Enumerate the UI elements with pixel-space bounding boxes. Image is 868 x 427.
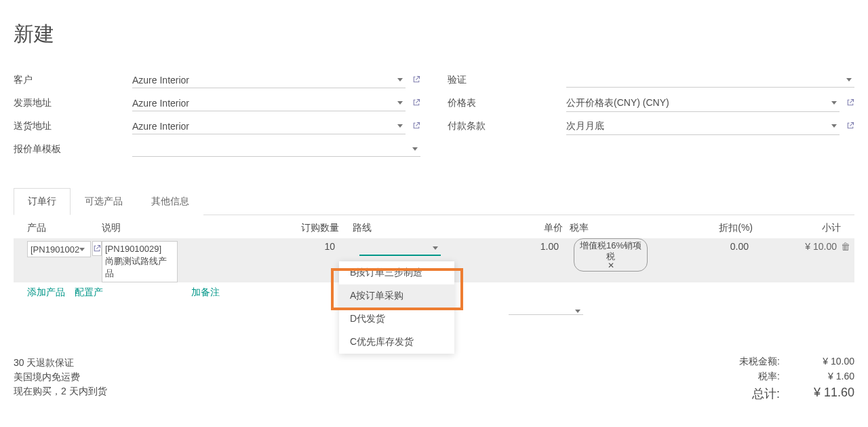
- external-link-icon[interactable]: [412, 122, 420, 132]
- th-price: 单价: [481, 222, 563, 234]
- label-pricelist: 价格表: [448, 97, 566, 109]
- tax-select-extra[interactable]: [509, 303, 583, 315]
- untaxed-value: ¥ 10.00: [800, 356, 854, 368]
- chevron-down-icon: [831, 124, 837, 128]
- input-invoice-address[interactable]: Azure Interior: [132, 96, 406, 111]
- table-header: 产品 说明 订购数量 路线 单价 税率 折扣(%) 小计: [14, 215, 854, 238]
- label-validate: 验证: [448, 74, 566, 86]
- discount-input[interactable]: 0.00: [671, 241, 753, 252]
- chevron-down-icon: [831, 101, 837, 105]
- th-discount: 折扣(%): [671, 222, 753, 234]
- label-invoice-address: 发票地址: [14, 97, 132, 109]
- field-customer: 客户 Azure Interior: [14, 69, 420, 92]
- add-product-link[interactable]: 添加产品: [27, 286, 65, 299]
- external-link-icon[interactable]: [412, 75, 420, 86]
- input-pricelist[interactable]: 公开价格表(CNY) (CNY): [566, 95, 840, 112]
- tax-label: 税率:: [758, 371, 780, 383]
- route-select[interactable]: [359, 241, 441, 256]
- label-customer: 客户: [14, 74, 132, 86]
- untaxed-label: 未税金额:: [739, 356, 780, 368]
- input-delivery-address[interactable]: Azure Interior: [132, 119, 406, 134]
- input-payment-terms[interactable]: 次月月底: [566, 118, 840, 135]
- field-payment-terms: 付款条款 次月月底: [448, 115, 854, 138]
- route-option-a[interactable]: A按订单采购: [339, 284, 454, 308]
- tab-optional-products[interactable]: 可选产品: [71, 188, 137, 215]
- input-quote-template[interactable]: [132, 142, 420, 157]
- input-validate[interactable]: [566, 73, 854, 88]
- th-desc: 说明: [102, 222, 271, 234]
- route-option-b[interactable]: B按订单三步制造: [339, 261, 454, 284]
- price-input[interactable]: 1.00: [481, 241, 563, 252]
- field-validate: 验证: [448, 69, 854, 92]
- th-product: 产品: [14, 222, 102, 234]
- close-icon[interactable]: ✕: [608, 261, 614, 270]
- chevron-down-icon: [79, 248, 85, 251]
- external-link-icon[interactable]: [846, 98, 854, 109]
- chevron-down-icon: [397, 101, 403, 105]
- footer-totals: 未税金额: ¥ 10.00 税率: ¥ 1.60 总计: ¥ 11.60: [739, 356, 854, 405]
- external-link-icon[interactable]: [412, 98, 420, 109]
- chevron-down-icon: [412, 147, 418, 151]
- th-qty: 订购数量: [271, 222, 339, 234]
- label-delivery-address: 送货地址: [14, 120, 132, 132]
- th-tax: 税率: [563, 222, 671, 234]
- input-customer[interactable]: Azure Interior: [132, 73, 406, 88]
- subtotal-value: ¥ 10.00: [805, 241, 837, 252]
- route-dropdown: B按订单三步制造 A按订单采购 D代发货 C优先库存发货: [339, 261, 454, 354]
- trash-icon[interactable]: 🗑: [841, 241, 850, 252]
- route-option-c[interactable]: C优先库存发货: [339, 331, 454, 354]
- th-route: 路线: [339, 222, 481, 234]
- footer: 30 天退款保证 美国境内免运费 现在购买，2 天内到货 未税金额: ¥ 10.…: [14, 356, 854, 405]
- label-quote-template: 报价单模板: [14, 143, 132, 155]
- route-option-d[interactable]: D代发货: [339, 308, 454, 331]
- label-payment-terms: 付款条款: [448, 120, 566, 132]
- field-delivery-address: 送货地址 Azure Interior: [14, 115, 420, 138]
- qty-input[interactable]: 10: [271, 241, 339, 252]
- field-pricelist: 价格表 公开价格表(CNY) (CNY): [448, 92, 854, 115]
- chevron-down-icon: [397, 124, 403, 128]
- add-note-link[interactable]: 加备注: [191, 286, 220, 299]
- product-select[interactable]: [PN1901002: [27, 241, 91, 257]
- chevron-down-icon: [846, 78, 852, 81]
- tax-chip[interactable]: 增值税16%销项 税 ✕: [574, 238, 648, 272]
- configure-link[interactable]: 配置产: [75, 286, 103, 299]
- form-grid: 客户 Azure Interior 发票地址 Azure Interior: [14, 69, 854, 161]
- tab-order-lines[interactable]: 订单行: [14, 188, 71, 215]
- tabs: 订单行 可选产品 其他信息: [14, 188, 854, 215]
- table-row: [PN1901002 [PN19010029] 尚鹏测试路线产品 10 B按订单…: [14, 238, 854, 282]
- total-label: 总计:: [752, 386, 780, 402]
- chevron-down-icon: [575, 310, 580, 313]
- description-input[interactable]: [PN19010029] 尚鹏测试路线产品: [102, 241, 178, 282]
- external-link-icon[interactable]: [846, 122, 854, 132]
- form-col-left: 客户 Azure Interior 发票地址 Azure Interior: [14, 69, 420, 161]
- th-subtotal: 小计: [753, 222, 854, 234]
- chevron-down-icon: [433, 246, 438, 250]
- tab-other-info[interactable]: 其他信息: [137, 188, 203, 215]
- total-value: ¥ 11.60: [800, 386, 854, 402]
- field-quote-template: 报价单模板: [14, 138, 420, 161]
- form-col-right: 验证 价格表 公开价格表(CNY) (CNY) 付款条款: [448, 69, 854, 161]
- footer-notes: 30 天退款保证 美国境内免运费 现在购买，2 天内到货: [14, 356, 107, 405]
- chevron-down-icon: [397, 78, 403, 81]
- field-invoice-address: 发票地址 Azure Interior: [14, 92, 420, 115]
- tax-value: ¥ 1.60: [800, 371, 854, 383]
- external-link-icon[interactable]: [92, 241, 102, 256]
- page-title: 新建: [14, 20, 854, 48]
